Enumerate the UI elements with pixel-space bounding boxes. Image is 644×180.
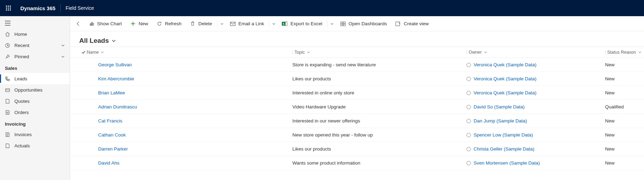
lead-status: New bbox=[605, 160, 644, 166]
sidebar-item-orders[interactable]: Orders bbox=[0, 107, 70, 118]
product-brand[interactable]: Dynamics 365 bbox=[15, 5, 60, 11]
chevron-down-icon[interactable] bbox=[111, 39, 116, 43]
back-button[interactable] bbox=[72, 19, 84, 28]
sidebar-label: Opportunities bbox=[14, 87, 42, 93]
column-header-status[interactable]: Status Reason bbox=[605, 50, 644, 55]
new-button[interactable]: New bbox=[126, 19, 152, 29]
lead-owner-link[interactable]: Veronica Quek (Sample Data) bbox=[467, 76, 605, 81]
chart-icon bbox=[89, 21, 94, 27]
show-chart-button[interactable]: Show Chart bbox=[84, 19, 126, 29]
open-dashboards-button[interactable]: Open Dashboards bbox=[336, 19, 391, 29]
svg-rect-5 bbox=[10, 8, 11, 9]
invoice-icon bbox=[5, 132, 10, 137]
sidebar-label: Invoices bbox=[14, 132, 32, 137]
table-row[interactable]: George SullivanStore is expanding - send… bbox=[70, 58, 644, 72]
table-row[interactable]: Darren ParkerLikes our productsChrista G… bbox=[70, 142, 644, 156]
app-name[interactable]: Field Service bbox=[61, 5, 99, 11]
svg-rect-3 bbox=[6, 8, 7, 9]
cmd-label: Show Chart bbox=[97, 21, 122, 26]
lead-topic: Likes our products bbox=[292, 146, 467, 152]
export-excel-button[interactable]: X Export to Excel bbox=[278, 19, 326, 29]
lead-topic: Interested in online only store bbox=[292, 90, 467, 95]
lead-owner-link[interactable]: Dan Jump (Sample Data) bbox=[467, 118, 605, 124]
sidebar-label: Pinned bbox=[14, 54, 29, 59]
sidebar-item-leads[interactable]: Leads bbox=[0, 73, 70, 84]
lead-name-link[interactable]: Cathan Cook bbox=[98, 132, 126, 138]
lead-owner-link[interactable]: Spencer Low (Sample Data) bbox=[467, 132, 605, 138]
separator bbox=[217, 20, 217, 28]
sidebar-label: Orders bbox=[14, 110, 29, 115]
select-all-checkbox[interactable] bbox=[79, 50, 86, 54]
plus-icon bbox=[130, 21, 136, 27]
email-link-split-button[interactable] bbox=[270, 22, 278, 26]
lead-status: Qualified bbox=[605, 104, 644, 109]
column-label: Status Reason bbox=[607, 50, 636, 55]
table-row[interactable]: Cat FrancisInterested in our newer offer… bbox=[70, 114, 644, 128]
home-icon bbox=[5, 32, 10, 37]
sidebar-item-invoices[interactable]: Invoices bbox=[0, 129, 70, 140]
create-view-button[interactable]: Create view bbox=[391, 19, 433, 29]
svg-rect-22 bbox=[341, 22, 343, 24]
svg-rect-2 bbox=[10, 6, 11, 7]
refresh-button[interactable]: Refresh bbox=[152, 19, 186, 29]
svg-rect-25 bbox=[343, 24, 345, 26]
presence-icon bbox=[467, 147, 471, 151]
lead-owner-link[interactable]: Christa Geller (Sample Data) bbox=[467, 146, 605, 152]
lead-status: New bbox=[605, 90, 644, 95]
lead-name-link[interactable]: Adrian Dumitrascu bbox=[98, 104, 137, 109]
column-header-topic[interactable]: Topic bbox=[292, 50, 467, 55]
view-title[interactable]: All Leads bbox=[79, 37, 109, 45]
hamburger-icon[interactable] bbox=[5, 21, 65, 26]
lead-name-link[interactable]: David Ahs bbox=[98, 160, 120, 166]
sidebar-section-invoicing: Invoicing bbox=[0, 118, 70, 129]
lead-status: New bbox=[605, 76, 644, 81]
table-row[interactable]: Cathan CookNew store opened this year - … bbox=[70, 128, 644, 142]
svg-rect-26 bbox=[396, 22, 400, 26]
lead-status: New bbox=[605, 132, 644, 138]
delete-split-button[interactable] bbox=[218, 22, 226, 26]
global-header: Dynamics 365 Field Service bbox=[0, 0, 644, 16]
svg-rect-18 bbox=[230, 22, 235, 26]
lead-name-link[interactable]: Brian LaMee bbox=[98, 90, 125, 95]
table-row[interactable]: David AhsWants some product informationS… bbox=[70, 156, 644, 170]
svg-rect-17 bbox=[93, 23, 93, 26]
svg-rect-1 bbox=[8, 6, 9, 7]
chevron-down-icon bbox=[638, 51, 642, 54]
column-header-name[interactable]: Name bbox=[86, 50, 292, 55]
cmd-label: Email a Link bbox=[238, 21, 264, 26]
email-link-button[interactable]: Email a Link bbox=[226, 19, 269, 29]
lead-topic: New store opened this year - follow up bbox=[292, 132, 467, 138]
cmd-label: New bbox=[139, 21, 148, 26]
lead-name-link[interactable]: Cat Francis bbox=[98, 118, 122, 124]
sidebar-item-home[interactable]: Home bbox=[0, 28, 70, 40]
sidebar-item-quotes[interactable]: Quotes bbox=[0, 95, 70, 107]
delete-button[interactable]: Delete bbox=[186, 19, 216, 29]
sidebar-item-opportunities[interactable]: Opportunities bbox=[0, 84, 70, 95]
column-label: Owner bbox=[469, 50, 482, 55]
lead-status: New bbox=[605, 118, 644, 124]
chevron-down-icon bbox=[61, 55, 65, 59]
lead-owner-link[interactable]: Veronica Quek (Sample Data) bbox=[467, 62, 605, 67]
column-header-owner[interactable]: Owner bbox=[467, 50, 605, 55]
sidebar-item-actuals[interactable]: Actuals bbox=[0, 140, 70, 151]
svg-rect-23 bbox=[343, 22, 345, 24]
lead-topic: Store is expanding - send new literature bbox=[292, 62, 467, 67]
sidebar-item-pinned[interactable]: Pinned bbox=[0, 51, 70, 62]
sidebar-section-sales: Sales bbox=[0, 62, 70, 73]
opportunity-icon bbox=[5, 87, 10, 93]
lead-owner-link[interactable]: Sven Mortensen (Sample Data) bbox=[467, 160, 605, 166]
table-row[interactable]: Adrian DumitrascuVideo Hardware UpgradeD… bbox=[70, 100, 644, 114]
lead-name-link[interactable]: Kim Abercrombie bbox=[98, 76, 134, 81]
lead-name-link[interactable]: George Sullivan bbox=[98, 62, 132, 67]
table-row[interactable]: Kim AbercrombieLikes our productsVeronic… bbox=[70, 72, 644, 86]
sidebar-item-recent[interactable]: Recent bbox=[0, 40, 70, 51]
pin-icon bbox=[5, 54, 10, 59]
export-excel-split-button[interactable] bbox=[328, 22, 336, 26]
lead-name-link[interactable]: Darren Parker bbox=[98, 146, 128, 152]
svg-rect-15 bbox=[90, 24, 90, 26]
lead-owner-link[interactable]: Veronica Quek (Sample Data) bbox=[467, 90, 605, 95]
table-row[interactable]: Brian LaMeeInterested in online only sto… bbox=[70, 86, 644, 100]
app-launcher-icon[interactable] bbox=[1, 0, 15, 16]
chevron-down-icon bbox=[61, 44, 65, 47]
lead-owner-link[interactable]: David So (Sample Data) bbox=[467, 104, 605, 109]
